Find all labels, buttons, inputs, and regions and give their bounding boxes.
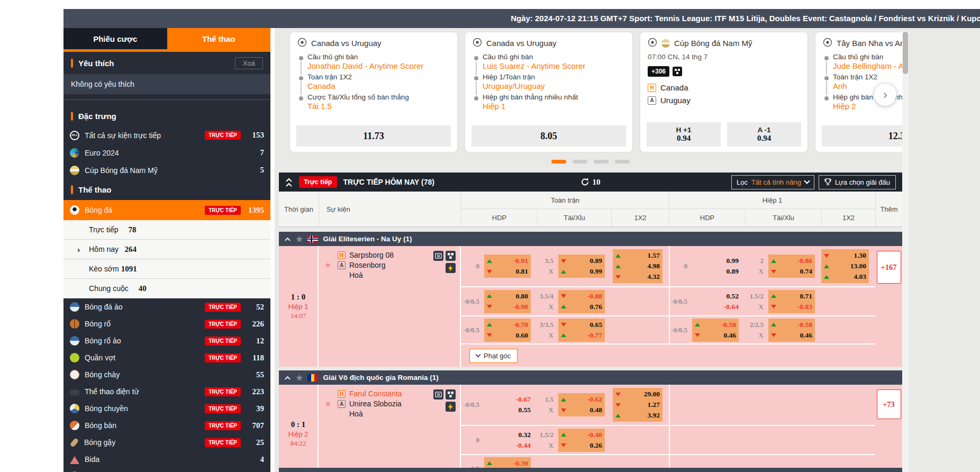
favorite-match-star-icon[interactable]: ★ [324,260,331,270]
carousel-dot[interactable] [551,160,566,164]
favorites-title: Yêu thích [78,59,114,68]
parlay-legs: Cầu thủ ghi bànJonathan David - Anytime … [299,53,450,111]
sidebar-item[interactable]: Bóng rổTRỰC TIẾP226 [63,315,270,332]
carousel-dot[interactable] [573,160,587,164]
stats-icon[interactable] [446,389,456,400]
odds-value-row: 0.99 [692,256,739,266]
refresh-control[interactable]: 10 [581,178,601,187]
pitch-tracker-icon[interactable] [433,251,443,261]
bet-builder-icon[interactable] [673,67,682,76]
odds-price-block[interactable]: 0.890.99 [558,255,605,278]
odds-price-block[interactable]: -0.860.74 [768,255,815,278]
featured-list: Tất cả sự kiện trực tiếpTRỰC TIẾP153Euro… [63,126,270,179]
sidebar-item[interactable]: Bida4 [63,451,270,468]
favorite-league-star-icon[interactable]: ★ [296,373,303,383]
carousel-next-button[interactable]: › [874,84,896,106]
odds-price-block[interactable]: 1.3013.004.03 [821,249,869,283]
tab-sports[interactable]: Thể thao [167,28,271,49]
sidebar-scrollbar[interactable] [270,31,275,472]
more-bets-button[interactable]: +167 [877,251,901,284]
divider [63,99,270,100]
odds-price-block[interactable]: 1.574.984.32 [613,249,663,283]
match-period: Hiệp 2 [288,430,308,438]
sidebar-item[interactable]: Khúc côn cầu trên băng23 [63,468,270,472]
corner-market-button[interactable]: Phạt góc [469,349,518,363]
parlay-leg: Cầu thủ ghi bànLuis Suarez - Anytime Sco… [474,53,625,70]
odds-value: -0.44 [484,441,531,450]
sidebar-item[interactable]: Thể thao điện tửTRỰC TIẾP223 [63,383,270,400]
leg-dot-icon [824,76,829,80]
handicap-label: H +1 [676,126,692,134]
odds-line-label: -0/0.5 [671,325,687,335]
card-odds-button[interactable]: 11.73 [296,125,451,147]
sidebar-item[interactable]: Bóng đá ảoTRỰC TIẾP52 [63,298,270,315]
odds-price-block[interactable]: 0.80-0.90 [484,290,531,313]
sidebar-item[interactable]: Bóng chày55 [63,366,270,383]
sidebar-item[interactable]: Euro 20247 [63,144,270,161]
live-badge: TRỰC TIẾP [205,337,241,346]
live-bet-bolt-icon[interactable] [446,263,456,273]
match-time-cell: 0 : 1Hiệp 284:22 [279,385,319,472]
odds-cell-h1-hdp [669,385,745,425]
clear-favorites-button[interactable]: Xoá [235,57,263,69]
main-content: Canada vs UruguayCầu thủ ghi bànJonathan… [275,28,902,472]
card-title: Tây Ban Nha vs Anh [837,39,902,48]
collapse-league-icon[interactable] [284,235,291,243]
odds-price-block[interactable]: -0.700.60 [484,319,531,342]
odds-price-block[interactable]: 29.001.273.92 [613,388,663,422]
live-bet-bolt-icon[interactable] [446,402,456,412]
sidebar-item-soccer-active[interactable]: Bóng đá TRỰC TIẾP 1395 [63,200,270,220]
leg-selection: Hiệp 1 [483,102,625,111]
odds-price-block[interactable]: -0.910.81 [484,255,531,278]
soccer-submenu-item[interactable]: Chung cuộc40 [63,279,270,298]
odds-price-block[interactable]: 0.71-0.83 [768,290,815,313]
carousel-dot[interactable] [615,160,630,164]
feature-filter-dropdown[interactable]: Lọc Tất cả tính năng [731,175,814,189]
sidebar-item[interactable]: Bóng rổ ảoTRỰC TIẾP12 [63,332,270,349]
odds-price-block[interactable]: 0.52-0.64 [692,291,739,312]
soccer-submenu-item[interactable]: Kèo sớm1091 [63,259,270,279]
card-odds-button[interactable]: 12.39 [822,125,902,147]
stats-icon[interactable] [446,251,456,261]
odds-value: -0.77 [568,331,602,340]
sidebar-item[interactable]: Bóng chuyềnTRỰC TIẾP39 [63,400,270,417]
sidebar-item[interactable]: Bóng bànTRỰC TIẾP707 [63,417,270,434]
odds-price-block[interactable]: -0.620.48 [558,393,605,416]
page-scrollbar-track[interactable] [902,31,909,472]
page-scrollbar-thumb[interactable] [903,32,908,74]
odds-price-block[interactable]: -0.670.55 [484,394,531,415]
odds-price-block[interactable]: -0.400.26 [558,429,605,452]
sidebar-item-label: Bóng đá [85,206,199,214]
odds-price-block[interactable]: 0.990.89 [692,256,739,277]
favorite-match-star-icon[interactable]: ★ [324,399,331,409]
odds-price-block[interactable]: -0.880.76 [558,290,605,313]
sidebar-item[interactable]: Cúp Bóng đá Nam Mỹ5 [63,161,270,179]
collapse-league-icon[interactable] [284,374,291,382]
handicap-odds-button[interactable]: H +10.94 [647,122,721,147]
sidebar-item[interactable]: Bóng gậyTRỰC TIẾP25 [63,434,270,451]
collapse-all-icon[interactable] [285,178,293,187]
odds-value: 0.81 [494,267,528,276]
soccer-submenu-item[interactable]: Trực tiếp78 [63,220,270,240]
more-bets-button[interactable]: +73 [877,389,901,419]
sidebar-item[interactable]: Tất cả sự kiện trực tiếpTRỰC TIẾP153 [63,126,270,144]
favorite-league-star-icon[interactable]: ★ [296,234,303,244]
select-league-button[interactable]: Lựa chọn giải đấu [819,175,896,189]
odds-value-row: 0.52 [692,291,739,302]
col-h1-ou: Tài/Xỉu [745,209,821,226]
match-time: 07:00 CN, 14 thg 7 [648,53,800,61]
odds-price-block[interactable]: 0.32-0.44 [484,430,531,451]
carousel-dot[interactable] [594,160,609,164]
soccer-submenu-item[interactable]: ›Hôm nay264 [63,240,270,259]
handicap-odds-button[interactable]: A -10.94 [727,122,801,147]
odds-price-block[interactable]: 0.65-0.77 [558,319,605,342]
odds-lines: -0/0.5-0.670.551.5X-0.620.4829.001.273.9… [461,385,875,472]
tab-bet-slip[interactable]: Phiếu cược [63,28,167,49]
card-odds-button[interactable]: 8.05 [471,125,626,147]
pitch-tracker-icon[interactable] [433,389,443,400]
sidebar-item[interactable]: Quần vợtTRỰC TIẾP118 [63,349,270,366]
next-league-header-clipped [279,468,902,472]
odds-price-block[interactable]: -0.580.46 [692,319,739,342]
event-count: 12 [246,337,264,346]
odds-price-block[interactable]: -0.580.46 [768,319,815,342]
